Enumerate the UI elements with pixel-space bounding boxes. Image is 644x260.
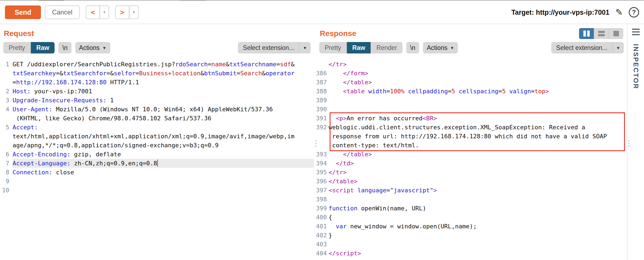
rows-view-icon[interactable]: [594, 28, 609, 39]
newline-toggle[interactable]: \n: [58, 42, 71, 53]
tab-raw[interactable]: Raw: [31, 42, 55, 53]
code-row[interactable]: 400{: [316, 213, 627, 222]
chevron-down-icon: ▼: [103, 10, 106, 14]
message-panels: Request Pretty Raw \n Actions▼ Select ex…: [0, 24, 627, 260]
code-row[interactable]: 386 </form>: [316, 69, 627, 78]
code-row[interactable]: 397<script language="javascript">: [316, 186, 627, 195]
chevron-down-icon: ▼: [132, 10, 136, 14]
columns-view-icon[interactable]: [579, 28, 594, 39]
code-text: var new_window = window.open(URL,name);: [329, 222, 627, 231]
code-row[interactable]: 394 </td>: [316, 159, 627, 168]
chevron-down-icon: ▼: [102, 46, 106, 50]
help-icon[interactable]: ?: [629, 7, 639, 17]
target-label: Target:: [511, 8, 534, 16]
actions-menu-button[interactable]: Actions▼: [423, 42, 458, 53]
actions-label: Actions: [427, 44, 447, 52]
select-extension-label: Select extension...: [238, 44, 299, 52]
code-row[interactable]: 5Accept:: [0, 123, 314, 132]
code-row[interactable]: 390: [316, 105, 627, 114]
code-row[interactable]: age/apng,*/*;q=0.8,application/signed-ex…: [0, 141, 314, 150]
request-title: Request: [4, 29, 34, 38]
code-row[interactable]: 6Accept-Encoding: gzip, deflate: [0, 150, 314, 159]
code-text: </table>: [329, 78, 627, 87]
code-row[interactable]: 387 </table>: [316, 78, 627, 87]
code-text: Connection: close: [13, 168, 314, 177]
code-row[interactable]: content-type: text/html.: [316, 141, 627, 150]
line-number: 404: [316, 249, 329, 258]
back-button[interactable]: <: [86, 5, 100, 19]
layout-view-switcher: [579, 28, 623, 39]
code-row[interactable]: 3Upgrade-Insecure-Requests: 1: [0, 96, 314, 105]
code-row[interactable]: txtSearchkey=&txtSearchfor=&selfor=Busin…: [0, 69, 314, 78]
code-row[interactable]: </tr>: [316, 60, 627, 69]
chevron-down-icon: ▼: [612, 42, 624, 53]
toolbar-right-group: Target: http://your-vps-ip:7001 ✎ ?: [511, 7, 639, 17]
cancel-button[interactable]: Cancel: [45, 5, 80, 19]
newline-toggle[interactable]: \n: [406, 42, 419, 53]
code-row[interactable]: 396</table>: [316, 177, 627, 186]
code-row[interactable]: 402}: [316, 231, 627, 240]
code-row[interactable]: 1GET /uddiexplorer/SearchPublicRegistrie…: [0, 60, 314, 69]
code-row[interactable]: 403: [316, 240, 627, 249]
line-number: [0, 132, 13, 141]
pencil-icon[interactable]: ✎: [615, 8, 623, 17]
line-number: 400: [316, 213, 329, 222]
line-number: 387: [316, 78, 329, 87]
back-dropdown-button[interactable]: ▼: [100, 5, 109, 19]
code-text: </table>: [329, 150, 627, 159]
code-row[interactable]: 399function openWin(name, URL): [316, 204, 627, 213]
vertical-dots-icon[interactable]: ⋮: [625, 139, 633, 148]
code-row[interactable]: 4User-Agent: Mozilla/5.0 (Windows NT 10.…: [0, 105, 314, 114]
inspector-label[interactable]: INSPECTOR: [632, 44, 640, 89]
select-extension-dropdown[interactable]: Select extension... ▼: [551, 42, 624, 53]
code-row[interactable]: 389: [316, 96, 627, 105]
code-row[interactable]: 392weblogic.uddi.client.structures.excep…: [316, 123, 627, 132]
code-row[interactable]: 9: [0, 177, 314, 186]
tab-pretty[interactable]: Pretty: [3, 42, 31, 53]
code-row[interactable]: 7Accept-Language: zh-CN,zh;q=0.9,en;q=0.…: [0, 159, 314, 168]
code-row[interactable]: =http://192.168.174.128:80 HTTP/1.1: [0, 78, 314, 87]
code-row[interactable]: 395</tr>: [316, 168, 627, 177]
tab-raw[interactable]: Raw: [347, 42, 371, 53]
actions-menu-button[interactable]: Actions▼: [75, 42, 110, 53]
code-row[interactable]: 2Host: your-vps-ip:7001: [0, 87, 314, 96]
select-extension-dropdown[interactable]: Select extension... ▼: [238, 42, 311, 53]
tab-pretty[interactable]: Pretty: [319, 42, 347, 53]
code-text: <table width=100% cellpadding=5 cellspac…: [329, 87, 627, 96]
code-row[interactable]: 10: [0, 186, 314, 195]
code-row[interactable]: 404</script>: [316, 249, 627, 258]
code-row[interactable]: (KHTML, like Gecko) Chrome/98.0.4758.102…: [0, 114, 314, 123]
code-text: </td>: [329, 159, 627, 168]
code-text: content-type: text/html.: [329, 141, 627, 150]
line-number: [316, 141, 329, 150]
line-number: [0, 141, 13, 150]
code-text: </form>: [329, 69, 627, 78]
code-row[interactable]: text/html,application/xhtml+xml,applicat…: [0, 132, 314, 141]
code-text: text/html,application/xhtml+xml,applicat…: [13, 132, 314, 141]
code-row[interactable]: 8Connection: close: [0, 168, 314, 177]
forward-dropdown-button[interactable]: ▼: [129, 5, 139, 19]
request-editor[interactable]: 1GET /uddiexplorer/SearchPublicRegistrie…: [0, 60, 314, 195]
code-row[interactable]: 398: [316, 195, 627, 204]
single-view-icon[interactable]: [609, 28, 623, 39]
code-row[interactable]: response from url: http://192.168.174.12…: [316, 132, 627, 141]
menu-icon[interactable]: [632, 29, 640, 35]
code-text: response from url: http://192.168.174.12…: [329, 132, 627, 141]
code-text: </tr>: [329, 60, 627, 69]
line-number: 394: [316, 159, 329, 168]
code-text: [329, 195, 627, 204]
code-text: </script>: [329, 249, 627, 258]
response-view-tabs: Pretty Raw Render: [319, 42, 402, 53]
panel-splitter[interactable]: ⋮: [314, 24, 316, 260]
tab-render[interactable]: Render: [371, 42, 402, 53]
code-row[interactable]: 401 var new_window = window.open(URL,nam…: [316, 222, 627, 231]
code-row[interactable]: 393 </table>: [316, 150, 627, 159]
send-button[interactable]: Send: [5, 5, 41, 19]
code-row[interactable]: 391 <p>An error has occurred<BR>: [316, 114, 627, 123]
response-editor[interactable]: </tr>386 </form>387 </table>388 <table w…: [316, 60, 627, 258]
request-panel-header: Request: [0, 24, 314, 40]
code-row[interactable]: 388 <table width=100% cellpadding=5 cell…: [316, 87, 627, 96]
line-number: 396: [316, 177, 329, 186]
line-number: 402: [316, 231, 329, 240]
forward-button[interactable]: >: [115, 5, 129, 19]
